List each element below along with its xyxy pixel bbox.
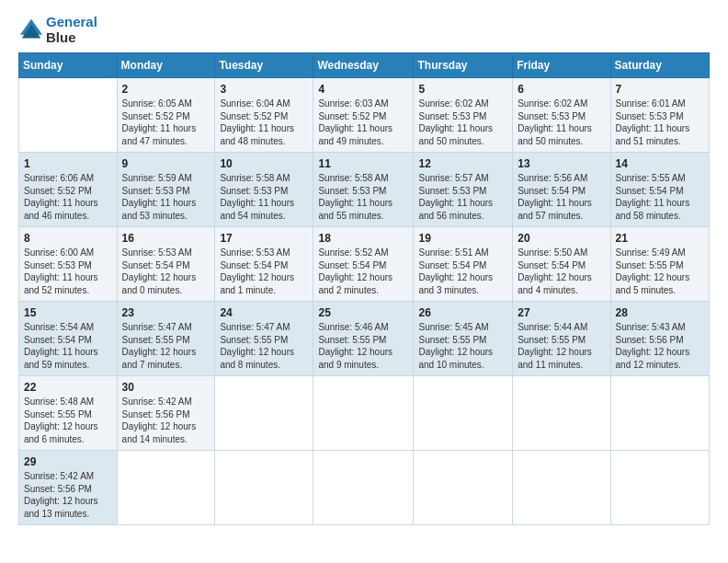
day-info: Sunrise: 6:01 AM Sunset: 5:53 PM Dayligh… [616,98,704,147]
calendar-day-15: 15Sunrise: 5:54 AM Sunset: 5:54 PM Dayli… [19,302,118,376]
calendar-day-20: 20Sunrise: 5:50 AM Sunset: 5:54 PM Dayli… [513,227,610,302]
day-number: 22 [24,381,112,394]
calendar-day-10: 10Sunrise: 5:58 AM Sunset: 5:53 PM Dayli… [215,153,313,227]
day-info: Sunrise: 5:48 AM Sunset: 5:55 PM Dayligh… [24,396,112,445]
empty-cell [414,451,513,525]
calendar-day-24: 24Sunrise: 5:47 AM Sunset: 5:55 PM Dayli… [215,302,313,376]
day-info: Sunrise: 6:06 AM Sunset: 5:52 PM Dayligh… [24,172,112,222]
day-number: 1 [24,157,112,170]
day-info: Sunrise: 5:52 AM Sunset: 5:54 PM Dayligh… [318,247,408,296]
day-number: 6 [518,83,605,96]
calendar-week-4: 15Sunrise: 5:54 AM Sunset: 5:54 PM Dayli… [19,302,710,376]
calendar-day-21: 21Sunrise: 5:49 AM Sunset: 5:55 PM Dayli… [610,227,709,302]
day-info: Sunrise: 6:02 AM Sunset: 5:53 PM Dayligh… [418,98,507,147]
day-info: Sunrise: 5:53 AM Sunset: 5:54 PM Dayligh… [122,247,210,296]
calendar-day-5: 5Sunrise: 6:02 AM Sunset: 5:53 PM Daylig… [414,78,513,153]
empty-cell [117,451,215,525]
day-info: Sunrise: 6:02 AM Sunset: 5:53 PM Dayligh… [518,98,605,147]
calendar-day-7: 7Sunrise: 6:01 AM Sunset: 5:53 PM Daylig… [610,78,709,153]
logo-icon [18,17,44,43]
day-info: Sunrise: 5:43 AM Sunset: 5:56 PM Dayligh… [616,321,704,371]
calendar-day-14: 14Sunrise: 5:55 AM Sunset: 5:54 PM Dayli… [610,153,709,227]
day-header-saturday: Saturday [610,53,709,78]
day-header-thursday: Thursday [414,53,513,78]
day-number: 2 [122,83,210,96]
day-number: 29 [24,455,112,468]
day-info: Sunrise: 5:51 AM Sunset: 5:54 PM Dayligh… [418,247,507,296]
empty-cell [215,376,313,451]
day-number: 26 [418,306,507,319]
calendar-day-29: 29Sunrise: 5:42 AM Sunset: 5:56 PM Dayli… [19,451,118,525]
day-number: 25 [318,306,408,319]
day-number: 14 [616,157,704,170]
calendar-day-8: 8Sunrise: 6:00 AM Sunset: 5:53 PM Daylig… [19,227,118,302]
day-info: Sunrise: 5:49 AM Sunset: 5:55 PM Dayligh… [616,247,704,296]
calendar-day-23: 23Sunrise: 5:47 AM Sunset: 5:55 PM Dayli… [117,302,215,376]
day-number: 12 [418,157,507,170]
day-info: Sunrise: 5:58 AM Sunset: 5:53 PM Dayligh… [318,172,408,222]
calendar-day-25: 25Sunrise: 5:46 AM Sunset: 5:55 PM Dayli… [313,302,414,376]
calendar-day-13: 13Sunrise: 5:56 AM Sunset: 5:54 PM Dayli… [513,153,610,227]
calendar-week-3: 8Sunrise: 6:00 AM Sunset: 5:53 PM Daylig… [19,227,710,302]
calendar-day-11: 11Sunrise: 5:58 AM Sunset: 5:53 PM Dayli… [313,153,414,227]
day-header-tuesday: Tuesday [215,53,313,78]
calendar-day-18: 18Sunrise: 5:52 AM Sunset: 5:54 PM Dayli… [313,227,414,302]
calendar-day-26: 26Sunrise: 5:45 AM Sunset: 5:55 PM Dayli… [414,302,513,376]
day-number: 8 [24,232,112,245]
day-info: Sunrise: 5:44 AM Sunset: 5:55 PM Dayligh… [518,321,605,371]
day-info: Sunrise: 5:56 AM Sunset: 5:54 PM Dayligh… [518,172,605,222]
calendar-day-2: 2Sunrise: 6:05 AM Sunset: 5:52 PM Daylig… [117,78,215,153]
empty-cell [513,451,610,525]
day-number: 18 [318,232,408,245]
calendar-day-17: 17Sunrise: 5:53 AM Sunset: 5:54 PM Dayli… [215,227,313,302]
day-number: 15 [24,306,112,319]
day-number: 13 [518,157,605,170]
day-number: 11 [318,157,408,170]
day-info: Sunrise: 5:55 AM Sunset: 5:54 PM Dayligh… [616,172,704,222]
day-info: Sunrise: 6:03 AM Sunset: 5:52 PM Dayligh… [318,98,408,147]
day-info: Sunrise: 6:05 AM Sunset: 5:52 PM Dayligh… [122,98,210,147]
empty-cell [19,78,118,153]
day-header-wednesday: Wednesday [313,53,414,78]
empty-cell [414,376,513,451]
calendar-day-28: 28Sunrise: 5:43 AM Sunset: 5:56 PM Dayli… [610,302,709,376]
day-info: Sunrise: 5:53 AM Sunset: 5:54 PM Dayligh… [220,247,308,296]
day-header-monday: Monday [117,53,215,78]
day-number: 21 [616,232,704,245]
day-number: 10 [220,157,308,170]
day-info: Sunrise: 5:54 AM Sunset: 5:54 PM Dayligh… [24,321,112,371]
day-info: Sunrise: 5:46 AM Sunset: 5:55 PM Dayligh… [318,321,408,371]
day-info: Sunrise: 5:57 AM Sunset: 5:53 PM Dayligh… [418,172,507,222]
empty-cell [610,451,709,525]
empty-cell [313,451,414,525]
calendar-week-2: 1Sunrise: 6:06 AM Sunset: 5:52 PM Daylig… [19,153,710,227]
day-number: 20 [518,232,605,245]
empty-cell [313,376,414,451]
day-number: 17 [220,232,308,245]
day-header-friday: Friday [513,53,610,78]
day-number: 24 [220,306,308,319]
day-number: 5 [418,83,507,96]
day-info: Sunrise: 5:47 AM Sunset: 5:55 PM Dayligh… [122,321,210,371]
day-header-sunday: Sunday [19,53,118,78]
calendar-day-16: 16Sunrise: 5:53 AM Sunset: 5:54 PM Dayli… [117,227,215,302]
day-number: 27 [518,306,605,319]
day-number: 4 [318,83,408,96]
calendar-day-19: 19Sunrise: 5:51 AM Sunset: 5:54 PM Dayli… [414,227,513,302]
calendar-week-5: 22Sunrise: 5:48 AM Sunset: 5:55 PM Dayli… [19,376,710,451]
logo: General Blue [18,15,97,45]
calendar-week-1: 2Sunrise: 6:05 AM Sunset: 5:52 PM Daylig… [19,78,710,153]
day-info: Sunrise: 5:59 AM Sunset: 5:53 PM Dayligh… [122,172,210,222]
day-number: 7 [616,83,704,96]
day-info: Sunrise: 6:04 AM Sunset: 5:52 PM Dayligh… [220,98,308,147]
empty-cell [215,451,313,525]
calendar-day-12: 12Sunrise: 5:57 AM Sunset: 5:53 PM Dayli… [414,153,513,227]
calendar-day-1: 1Sunrise: 6:06 AM Sunset: 5:52 PM Daylig… [19,153,118,227]
day-info: Sunrise: 5:47 AM Sunset: 5:55 PM Dayligh… [220,321,308,371]
day-number: 23 [122,306,210,319]
calendar-table: SundayMondayTuesdayWednesdayThursdayFrid… [18,52,710,525]
calendar-day-27: 27Sunrise: 5:44 AM Sunset: 5:55 PM Dayli… [513,302,610,376]
calendar-week-6: 29Sunrise: 5:42 AM Sunset: 5:56 PM Dayli… [19,451,710,525]
page-header: General Blue [18,15,710,45]
day-info: Sunrise: 5:58 AM Sunset: 5:53 PM Dayligh… [220,172,308,222]
